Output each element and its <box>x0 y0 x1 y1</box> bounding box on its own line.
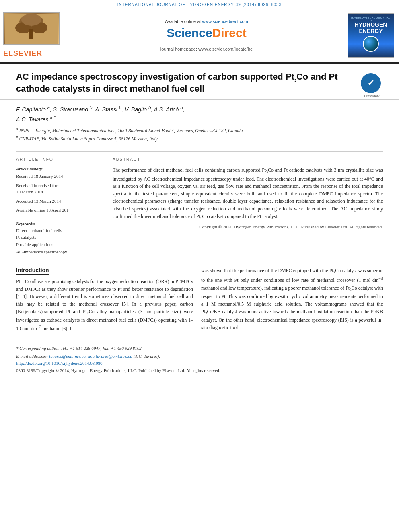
footer-section: * Corresponding author. Tel.: +1 514 228… <box>0 341 399 376</box>
section-divider-1 <box>16 151 383 152</box>
journal-header: INTERNATIONAL JOURNAL OF HYDROGEN ENERGY… <box>0 0 399 8</box>
article-info-header: ARTICLE INFO <box>16 157 105 163</box>
sciencedirect-url[interactable]: www.sciencedirect.com <box>202 19 248 24</box>
keyword-4: AC-impedance spectroscopy <box>16 249 105 256</box>
introduction-title: Introduction <box>16 267 49 275</box>
keyword-3: Portable applications <box>16 241 105 249</box>
journal-homepage-text: journal homepage: www.elsevier.com/locat… <box>78 44 335 51</box>
keyword-2: Pt catalysts <box>16 234 105 241</box>
introduction-section: Introduction Pt—Co alloys are promising … <box>0 267 399 333</box>
keyword-1: Direct methanol fuel cells <box>16 227 105 234</box>
doi-link: http://dx.doi.org/10.1016/j.ijhydene.201… <box>16 361 383 366</box>
crossmark-badge[interactable]: ✓ CrossMark <box>361 73 383 95</box>
keywords-label: Keywords: <box>16 221 105 226</box>
svg-text:✓: ✓ <box>367 78 374 88</box>
doi-url[interactable]: http://dx.doi.org/10.1016/j.ijhydene.201… <box>16 361 103 366</box>
email-link-1[interactable]: tavares@emt.inrs.ca <box>49 354 86 359</box>
info-abstract-section: ARTICLE INFO Article history: Received 1… <box>0 157 399 255</box>
authors-list: F. Capitanio a, S. Siracusano b, A. Stas… <box>16 104 383 124</box>
intro-body-left: Pt—Co alloys are promising catalysts for… <box>16 278 193 333</box>
sciencedirect-logo: ScienceDirect <box>167 26 246 40</box>
elsevier-logo-area: ELSEVIER <box>0 8 70 62</box>
affiliations-text: a INRS — Énergie, Matériaux et Télécommu… <box>16 126 383 142</box>
authors-section: F. Capitanio a, S. Siracusano b, A. Stas… <box>0 100 399 146</box>
received-date: Received 18 January 2014 <box>16 173 105 180</box>
paper-title: AC impedance spectroscopy investigation … <box>16 71 355 95</box>
intro-right-column: was shown that the performance of the DM… <box>201 267 383 333</box>
journal-cover-image: International Journal of HYDROGENENERGY <box>348 13 394 58</box>
journal-title-bar: INTERNATIONAL JOURNAL OF HYDROGEN ENERGY… <box>117 2 282 7</box>
available-online-date: Available online 13 April 2014 <box>16 207 105 214</box>
svg-rect-4 <box>29 29 33 39</box>
corresponding-author: * Corresponding author. Tel.: +1 514 228… <box>16 345 383 352</box>
intro-body-right: was shown that the performance of the DM… <box>201 267 383 331</box>
abstract-header: ABSTRACT <box>113 157 383 163</box>
title-text-area: AC impedance spectroscopy investigation … <box>16 71 355 95</box>
title-section: AC impedance spectroscopy investigation … <box>0 64 399 100</box>
abstract-column: ABSTRACT The performance of direct metha… <box>113 157 383 255</box>
elsevier-text: ELSEVIER <box>3 49 67 58</box>
intro-left-column: Introduction Pt—Co alloys are promising … <box>16 267 193 333</box>
email-name-note: (A.C. Tavares). <box>134 354 160 359</box>
svg-point-5 <box>21 14 41 26</box>
email-addresses: E-mail addresses: tavares@emt.inrs.ca, a… <box>16 353 383 360</box>
page-header: ELSEVIER Available online at www.science… <box>0 8 399 63</box>
elsevier-image <box>3 12 60 45</box>
accepted-date: Accepted 13 March 2014 <box>16 198 105 205</box>
available-online-text: Available online at www.sciencedirect.co… <box>165 19 248 24</box>
crossmark-circle: ✓ <box>361 73 381 93</box>
section-divider-2 <box>16 261 383 261</box>
journal-cover-area: International Journal of HYDROGENENERGY <box>343 8 399 62</box>
abstract-copyright: Copyright © 2014, Hydrogen Energy Public… <box>113 224 383 229</box>
crossmark-label: CrossMark <box>361 94 383 98</box>
abstract-body: The performance of direct methanol fuel … <box>113 166 383 221</box>
sciencedirect-area: Available online at www.sciencedirect.co… <box>70 8 343 62</box>
footer-copyright-text: 0360-3199/Copyright © 2014, Hydrogen Ene… <box>16 368 383 373</box>
email-link-2[interactable]: ana.tavares@emt.inrs.ca <box>88 354 132 359</box>
cover-planet-graphic <box>363 36 379 52</box>
history-label: Article history: <box>16 166 105 171</box>
info-divider <box>16 218 105 218</box>
article-info-column: ARTICLE INFO Article history: Received 1… <box>16 157 105 255</box>
revised-date: Received in revised form10 March 2014 <box>16 182 105 195</box>
